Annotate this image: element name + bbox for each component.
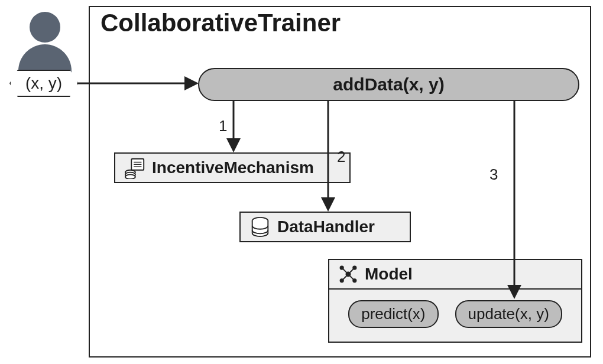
- arrow-label-2: 2: [337, 148, 345, 166]
- adddata-method: addData(x, y): [198, 68, 579, 101]
- svg-line-16: [348, 274, 355, 281]
- diagram-title: CollaborativeTrainer: [100, 9, 341, 37]
- model-methods: predict(x) update(x, y): [329, 290, 581, 339]
- predict-method: predict(x): [348, 300, 438, 328]
- datahandler-label: DataHandler: [277, 217, 375, 236]
- incentive-label: IncentiveMechanism: [152, 158, 314, 177]
- svg-line-15: [342, 274, 348, 281]
- database-icon: [249, 216, 271, 238]
- adddata-label: addData(x, y): [333, 74, 444, 95]
- user-input-node: (x, y): [9, 70, 78, 97]
- arrow-label-1: 1: [219, 117, 227, 135]
- arrow-label-3: 3: [489, 165, 498, 184]
- incentive-mechanism-box: IncentiveMechanism: [114, 152, 351, 183]
- user-input-label: (x, y): [25, 74, 62, 93]
- model-label: Model: [365, 265, 413, 284]
- model-header: Model: [329, 260, 581, 290]
- diagram-root: CollaborativeTrainer (x, y) addData(x, y…: [0, 0, 603, 364]
- model-box: Model predict(x) update(x, y): [328, 259, 582, 343]
- network-icon: [338, 264, 359, 285]
- svg-line-14: [348, 268, 355, 274]
- svg-point-6: [125, 174, 135, 179]
- user-icon: [17, 12, 73, 73]
- update-method: update(x, y): [455, 300, 562, 328]
- coins-icon: [124, 157, 146, 179]
- svg-line-13: [342, 268, 348, 274]
- data-handler-box: DataHandler: [239, 212, 411, 242]
